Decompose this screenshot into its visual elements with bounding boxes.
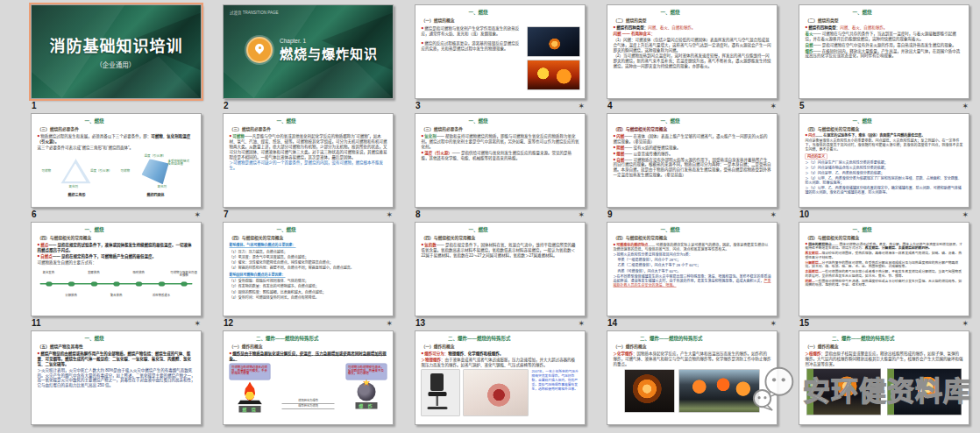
slide-number: 2 — [224, 101, 229, 110]
slide-header: 二、爆炸——燃烧的特殊形式 — [448, 336, 579, 342]
bullet-text: ◆爆炸是由于物质急剧氧化或分解反应，使温度、压力急剧增加或使两者同时急剧增加的现… — [230, 351, 387, 362]
slide-header: 一、燃烧 — [853, 227, 963, 233]
animation-star-icon: ✶ — [962, 319, 969, 328]
slide-header: 一、燃烧 — [277, 227, 387, 233]
animation-star-icon: ✶ — [770, 319, 777, 328]
match-flame-photo — [528, 27, 580, 57]
bullet-text: ◆燃烧是指可燃物与氧化剂产生化学作用而发生的放热反应，通常伴有火焰、发光和（或）… — [422, 26, 523, 37]
slide-thumbnail-16[interactable]: 一、燃烧 （五）燃烧产物及其毒性 ◆燃烧产物是指由燃烧或热解作用产生的全部物质。… — [31, 330, 202, 425]
slide-number: 1 — [32, 101, 37, 110]
bullet-text: ◆燃烧的反应过程极其复杂，游离基的链锁反应是燃烧反应的实质，光和热是燃烧过程中发… — [422, 40, 523, 51]
combustion-vs-explosion-diagram: 可燃物与助燃物边混合边燃烧，热量能及时散失，不会形成压力积聚 燃 烧 燃烧转化为… — [230, 363, 387, 412]
definition: 自燃—— 是指可燃物在空气中没有外来火源的作用，靠自热或外热而发生燃烧的现象。 — [806, 42, 963, 47]
paragraph: 分解燃烧—分子结构复杂的固体可燃物，在受热后分解出其组成成分及与加热温度相应的热… — [806, 260, 963, 268]
self-ignition-modes-timeline: 氧化发热 分解放热 发酵放热 聚合放热 吸附放热 活性物质遇水 可燃物与强氧化剂… — [38, 269, 195, 297]
class-b: 乙类（二级易燃液体），闪点大于等于 28 小于 60℃； — [618, 264, 771, 268]
slide-section: （三）燃烧的必要条件 — [422, 126, 579, 131]
slide-thumbnail-10[interactable]: 一、燃烧 （四）与燃烧相关的常用概念 ◆闪点—— 在规定的试验条件下，液体（固体… — [799, 113, 969, 208]
slide-header: 一、燃烧 — [469, 227, 579, 233]
presentation-title: 消防基础知识培训 — [32, 33, 201, 56]
slide-thumbnail-12[interactable]: 一、燃烧 （四）与燃烧相关的常用概念 影响液体、气体可燃物自燃点的主要因素： （… — [223, 222, 394, 316]
list-item: ＞（2）闪点是储存物品仓库火灾危险性分类的依据； — [806, 166, 963, 170]
definition: ◆阴燃—— 没有火焰的缓慢燃烧现象。 — [614, 145, 771, 150]
fire-tetrahedron-diagram: 温度（引火源） 可燃物 氧化剂 未受抑制的链式反应自由基 燃烧四面体 — [121, 153, 191, 197]
animation-star-icon: ✶ — [770, 102, 777, 110]
slide-number: 12 — [224, 318, 233, 328]
definition: ◆自燃点—— 是指在规定的条件下，可燃物质产生自燃的最低温度。 — [38, 253, 195, 259]
paragraph: （1）闪燃：可燃液体（包括少量闪点较低的可燃固体）表面挥发的蒸气与空气混合形成混… — [614, 37, 771, 53]
slide-section: （四）与燃烧相关的常用概念 — [614, 126, 771, 131]
slide-number: 4 — [607, 101, 613, 110]
slide-thumbnail-18[interactable]: 二、爆炸——燃烧的特殊形式 （一）爆炸的概念 ◆爆炸可分为：物理爆炸、化学爆炸和… — [415, 330, 586, 425]
animation-star-icon: ✶ — [578, 319, 585, 328]
photo-label: 核 爆 炸 — [888, 369, 895, 415]
physical-explosion-definition: ＞物理爆炸：由于液体变成蒸气或者气体迅速膨胀，压力急速增加，并大大超过容器的极限… — [422, 357, 579, 367]
slide-section: （四）与燃烧相关的常用概念 — [230, 235, 387, 240]
bullet-text: ◆燃烧有四种类型：闪燃、着火、自燃和爆炸。 — [614, 25, 771, 31]
note-text: ＞在不同类型液体储罐发生的火灾中容易出现三种特殊现象：沸溢、喷溅和冒泡。某些不稳… — [614, 274, 771, 288]
slide-section: （三）燃烧的必要条件 — [38, 126, 195, 131]
slide-header: 一、燃烧 — [853, 118, 963, 124]
transition-page-label: 过渡页 TRANSITION PAGE — [230, 11, 278, 15]
definition: ◆闪点—— 在规定的试验条件下，液体（固体）表面能产生闪燃的最低温度。 — [806, 133, 963, 138]
slide-header: 一、燃烧 — [85, 336, 195, 342]
slide-header: 一、燃烧 — [661, 227, 771, 233]
slide-sorter-view: 消防基础知识培训 （企业通用） 1 过渡页 TRANSITION PAGE Ch… — [0, 0, 980, 433]
bullet-text: ◆燃烧产物是指由燃烧或热解作用产生的全部物质。燃烧产物包括：燃烧生成的气体、能量… — [38, 351, 195, 367]
explosion-photo-1 — [625, 369, 675, 412]
slide-thumbnail-7[interactable]: 一、燃烧 （三）燃烧的必要条件 ◆可燃物——凡是能与空气中的氧或其他氧化剂起化学… — [223, 113, 394, 208]
slide-number: 14 — [607, 318, 617, 328]
slide-thumbnail-14[interactable]: 一、燃烧 （四）与燃烧相关的常用概念 ◆可燃液体的燃烧特点—— 可燃液体的燃烧实… — [607, 222, 778, 316]
slide-thumbnail-15[interactable]: 一、燃烧 （四）与燃烧相关的常用概念 ◆固体的燃烧特点—— 固体可燃物必须经过受… — [799, 222, 969, 316]
slide-thumbnail-11[interactable]: 一、燃烧 （四）与燃烧相关的常用概念 ◆燃点—— 是指在规定的试验条件下，液体或… — [31, 222, 202, 316]
slide-number: 15 — [799, 318, 809, 328]
slide-header: 二、爆炸——燃烧的特殊形式 — [832, 336, 962, 342]
slide-number: 10 — [799, 209, 809, 219]
slide-thumbnail-3[interactable]: 一、燃烧 （一）燃烧的概念 ◆燃烧是指可燃物与氧化剂产生化学作用而发生的放热反应… — [415, 4, 586, 99]
list-item: （3）催化：活性催化剂能降低自燃点，钝性催化剂能提高自燃点； — [230, 260, 387, 265]
slide-thumbnail-17[interactable]: 二、爆炸——燃烧的特殊形式 （一）爆炸的概念 ◆爆炸是由于物质急剧氧化或分解反应… — [223, 330, 394, 425]
factors-heading-solid: 影响固体可燃物自燃点的主要因素： — [230, 273, 286, 278]
slide-number: 13 — [415, 318, 425, 328]
animation-star-icon: ✶ — [962, 210, 969, 219]
animation-star-icon: ✶ — [386, 210, 393, 219]
bomb-graphic — [358, 382, 376, 401]
note-text: ＞火灾统计表明，火灾中死亡人数大约 80%是由于吸入火灾中燃烧产生的有毒烟气而致… — [38, 367, 195, 388]
slide-section: （四）与燃烧相关的常用概念 — [614, 235, 771, 240]
slide-header: 一、燃烧 — [85, 227, 195, 233]
slide-thumbnail-4[interactable]: 一、燃烧 （二）燃烧的类型 ◆燃烧有四种类型：闪燃、着火、自燃和爆炸。 闪燃 —… — [607, 4, 778, 99]
slide-thumbnail-2[interactable]: 过渡页 TRANSITION PAGE Chapter. 1 燃烧与爆炸知识 — [223, 4, 394, 99]
slide-number: 3 — [415, 101, 421, 110]
fire-triangle-diagram: 可燃物 温度（引火源） 氧化剂 燃烧三角形 — [42, 153, 112, 197]
slide-number: 9 — [607, 209, 613, 219]
bullet-text: ◆爆炸可分为：物理爆炸、化学爆炸和核爆炸。 — [422, 351, 579, 357]
animation-star-icon: ✶ — [386, 319, 393, 328]
slide-thumbnail-9[interactable]: 一、燃烧 （四）与燃烧相关的常用概念 ◆闪燃—— 在液体（固体）表面上能产生足够… — [607, 113, 778, 208]
slide-number: 8 — [415, 209, 421, 219]
slide-thumbnail-5[interactable]: 一、燃烧 （二）燃烧的类型 ◆燃烧有四种类型：闪燃、着火、自燃和爆炸。 着火——… — [799, 4, 969, 99]
photo-label: 核 爆 炸 — [807, 369, 814, 415]
slide-thumbnail-19[interactable]: 二、爆炸——燃烧的特殊形式 （一）爆炸的概念 ＞化学爆炸：因物质本身起化学反应，… — [607, 330, 778, 425]
definition: ◆温度（引火源）—— 是指供给可燃物与氧化剂发生燃烧反应的能量来源。常见的是热能… — [422, 150, 579, 160]
list-item: ＞（3）闪点是甲、乙、丙类危险液体分类的依据； — [806, 171, 963, 175]
animation-star-icon: ✶ — [962, 102, 969, 110]
animation-star-icon: ✶ — [194, 210, 201, 219]
slide-thumbnail-20[interactable]: 二、爆炸——燃烧的特殊形式 （一）爆炸的概念 ＞核爆炸：是指由原子核裂变或聚变反… — [799, 330, 969, 425]
slide-thumbnail-13[interactable]: 一、燃烧 （四）与燃烧相关的常用概念 ◆氧指数—— 是指在规定条件下，固体材料在… — [415, 222, 586, 316]
paragraph: 可燃物质发生自燃的主要方式有： — [38, 259, 195, 265]
class-a: 甲类（一级易燃液体），闪点小于 28℃； — [618, 258, 771, 262]
slide-thumbnail-1[interactable]: 消防基础知识培训 （企业通用） — [31, 4, 202, 99]
list-item: （3）固体的颗粒度：颗粒越细，比表面积越大，自燃点越低； — [230, 290, 387, 295]
slide-number: 7 — [224, 209, 229, 219]
explosion-callout: 可燃物与助燃物预先混合，反应瞬间完成，热量来不及散失，压力骤增 — [346, 363, 387, 380]
flame-base-graphic — [238, 400, 262, 404]
note-text: ＞可燃物是燃烧不可缺少的一个首要条件，是燃烧的内因，没有可燃物，燃烧根本不能发生… — [230, 160, 387, 171]
bullet-text: ◆燃烧有四种类型：闪燃、着火、自燃和爆炸。 — [806, 25, 963, 31]
flash-point-meaning-title: 闪点的意义 — [806, 153, 827, 159]
slide-thumbnail-6[interactable]: 一、燃烧 （三）燃烧的必要条件 ◆物质燃烧过程的发生和发展，必须具备以下三个必要… — [31, 113, 202, 208]
slide-header: 一、燃烧 — [85, 118, 195, 124]
slide-header: 一、燃烧 — [469, 10, 579, 16]
slide-thumbnail-8[interactable]: 一、燃烧 （三）燃烧的必要条件 ◆氧化剂—— 帮助和支持可燃物燃烧的物质，即能与… — [415, 113, 586, 208]
nuclear-explosion-definition: ＞核爆炸：是指由原子核裂变或聚变反应，释放出核能所形成的爆炸，如原子弹、氢弹的爆… — [806, 351, 963, 367]
definition: 着火—— 可燃物在与空气共存的条件下，当达到某一温度时，与着火源接触即能引起燃烧… — [806, 31, 963, 41]
